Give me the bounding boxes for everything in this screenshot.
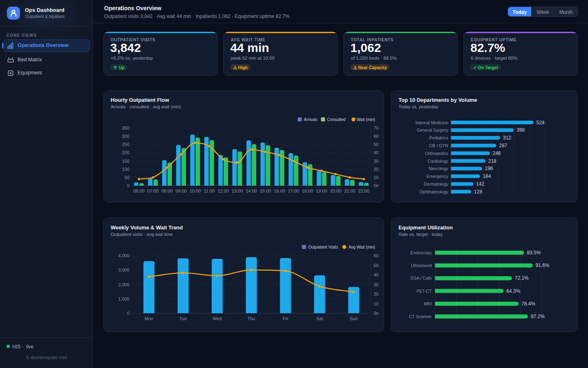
svg-text:100: 100 (122, 167, 129, 172)
svg-text:DSA / Cath: DSA / Cath (410, 276, 432, 280)
svg-text:Emergency: Emergency (426, 174, 448, 179)
svg-text:196: 196 (485, 166, 493, 171)
svg-text:78.4%: 78.4% (521, 301, 535, 307)
svg-text:3,000: 3,000 (118, 267, 129, 272)
svg-text:12:00: 12:00 (218, 188, 229, 193)
svg-text:Fri: Fri (283, 316, 288, 321)
svg-text:Mon: Mon (145, 316, 153, 321)
svg-text:10m: 10m (374, 301, 379, 306)
svg-text:250: 250 (122, 142, 129, 147)
svg-text:06:00: 06:00 (133, 188, 145, 193)
svg-text:MRI: MRI (424, 301, 432, 306)
svg-text:60m: 60m (374, 134, 379, 139)
svg-text:0m: 0m (374, 311, 379, 316)
svg-text:20m: 20m (374, 167, 379, 172)
svg-text:398: 398 (517, 127, 525, 133)
svg-text:07:00: 07:00 (147, 188, 159, 193)
svg-text:0m: 0m (374, 183, 379, 188)
svg-text:246: 246 (492, 150, 501, 156)
svg-text:22:00: 22:00 (358, 188, 370, 193)
svg-text:OB / GYN: OB / GYN (429, 143, 448, 148)
svg-text:16:00: 16:00 (274, 188, 285, 193)
svg-text:0: 0 (127, 183, 129, 188)
svg-text:218: 218 (488, 158, 497, 164)
svg-text:09:00: 09:00 (176, 188, 187, 193)
svg-text:128: 128 (474, 189, 482, 195)
svg-text:83.5%: 83.5% (527, 250, 541, 256)
svg-text:4,000: 4,000 (118, 253, 129, 258)
svg-text:11:00: 11:00 (204, 188, 215, 193)
svg-text:64.3%: 64.3% (506, 288, 520, 294)
svg-text:Ophthalmology: Ophthalmology (419, 189, 448, 194)
svg-text:Endoscopy: Endoscopy (410, 250, 432, 255)
svg-text:184: 184 (483, 173, 491, 179)
svg-text:70m: 70m (374, 126, 379, 130)
svg-text:CT Scanner: CT Scanner (409, 314, 432, 319)
svg-text:72.1%: 72.1% (515, 275, 529, 281)
svg-text:21:00: 21:00 (344, 188, 356, 193)
svg-text:Thu: Thu (247, 316, 255, 321)
svg-text:17:00: 17:00 (288, 188, 299, 193)
svg-text:1,000: 1,000 (118, 296, 129, 301)
svg-text:200: 200 (122, 150, 129, 155)
svg-text:20m: 20m (374, 292, 379, 296)
svg-text:50m: 50m (374, 263, 379, 268)
svg-text:Tue: Tue (179, 316, 187, 321)
svg-text:Orthopedics: Orthopedics (425, 151, 448, 156)
svg-text:Ultrasound: Ultrasound (411, 263, 432, 268)
svg-text:287: 287 (499, 143, 507, 148)
svg-text:08:00: 08:00 (161, 188, 173, 193)
svg-text:Sun: Sun (350, 316, 358, 321)
svg-text:10m: 10m (374, 175, 379, 180)
svg-text:13:00: 13:00 (232, 188, 243, 193)
svg-text:Cardiology: Cardiology (428, 159, 448, 164)
svg-text:Neurology: Neurology (429, 166, 449, 171)
svg-text:Sat: Sat (316, 316, 323, 321)
svg-text:20:00: 20:00 (330, 188, 341, 193)
svg-text:Wait (min): Wait (min) (357, 117, 375, 122)
svg-text:524: 524 (537, 120, 545, 126)
svg-text:Dermatology: Dermatology (424, 182, 448, 186)
svg-text:312: 312 (503, 135, 511, 141)
svg-text:350: 350 (122, 126, 129, 130)
svg-text:Internal Medicine: Internal Medicine (416, 120, 448, 125)
svg-text:PET-CT: PET-CT (416, 289, 432, 294)
svg-text:Avg Wait (min): Avg Wait (min) (349, 245, 375, 249)
svg-text:2,000: 2,000 (118, 282, 129, 287)
svg-text:General Surgery: General Surgery (416, 128, 448, 132)
svg-text:18:00: 18:00 (302, 188, 313, 193)
svg-text:0: 0 (127, 311, 129, 316)
svg-text:14:00: 14:00 (246, 188, 257, 193)
svg-text:Consulted: Consulted (327, 117, 345, 122)
svg-text:91.6%: 91.6% (535, 263, 549, 268)
svg-text:142: 142 (476, 181, 484, 187)
svg-text:19:00: 19:00 (316, 188, 327, 193)
svg-text:Outpatient Visits: Outpatient Visits (308, 245, 338, 249)
svg-text:87.2%: 87.2% (531, 314, 545, 319)
svg-text:Wed: Wed (213, 316, 222, 321)
svg-text:Pediatrics: Pediatrics (429, 135, 448, 140)
svg-text:30m: 30m (374, 159, 379, 164)
svg-text:40m: 40m (374, 272, 379, 277)
svg-text:60m: 60m (374, 253, 379, 258)
svg-text:50: 50 (125, 175, 129, 180)
svg-text:15:00: 15:00 (260, 188, 271, 193)
svg-text:300: 300 (122, 134, 129, 139)
svg-text:40m: 40m (374, 150, 379, 155)
svg-text:30m: 30m (374, 282, 379, 287)
svg-text:150: 150 (122, 159, 129, 164)
svg-text:10:00: 10:00 (189, 188, 201, 193)
svg-text:50m: 50m (374, 142, 379, 147)
svg-text:Arrivals: Arrivals (304, 117, 317, 122)
